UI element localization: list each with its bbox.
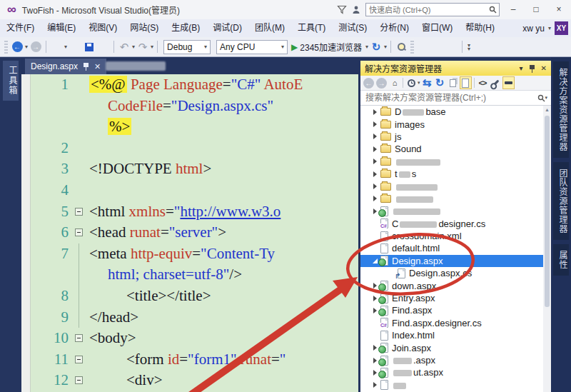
code-line[interactable]: 6<head runat="server">	[31, 222, 358, 243]
dropdown-caret-icon[interactable]: ▾	[132, 44, 135, 50]
tab-close-icon[interactable]: ✕	[94, 62, 101, 71]
inspect-button[interactable]	[395, 39, 408, 55]
search-caret-icon[interactable]: ▾	[545, 95, 547, 101]
collapsed-arrow-icon[interactable]	[370, 109, 380, 115]
solution-search-box[interactable]: ▾	[360, 91, 551, 106]
tree-item[interactable]: Design.aspx.cs	[360, 267, 543, 279]
tree-item[interactable]	[360, 193, 543, 205]
menu-item-file[interactable]: 文件(F)	[0, 19, 41, 37]
open-file-button[interactable]	[69, 39, 81, 55]
panel-menu-caret-icon[interactable]: ▾	[520, 64, 523, 72]
feedback-person-icon[interactable]	[351, 5, 361, 14]
pending-changes-button[interactable]	[405, 76, 418, 89]
forward-button[interactable]: →	[375, 76, 388, 89]
fold-collapse-icon[interactable]	[75, 228, 83, 236]
menu-item-debug[interactable]: 调试(D)	[206, 19, 248, 37]
dropdown-caret-icon[interactable]: ▾	[151, 44, 153, 50]
tree-item[interactable]: Cdesigner.cs	[360, 218, 543, 230]
right-tab-1[interactable]: 团队资源管理器	[553, 162, 569, 240]
menu-item-window[interactable]: 窗口(W)	[415, 19, 459, 37]
fold-collapse-icon[interactable]	[75, 356, 83, 363]
right-tab-2[interactable]: 属性	[553, 244, 569, 276]
close-button[interactable]: ×	[550, 0, 568, 19]
tree-item[interactable]: ut.aspx	[360, 366, 543, 378]
menu-item-view[interactable]: 视图(V)	[82, 19, 123, 37]
collapsed-arrow-icon[interactable]	[370, 196, 380, 201]
toolbar-grip[interactable]	[4, 41, 8, 54]
dropdown-caret-icon[interactable]: ▾	[25, 44, 28, 50]
sync-active-document-button[interactable]: ⇆	[421, 76, 433, 89]
tab-design-aspx[interactable]: Design.aspx ✕	[25, 59, 106, 74]
tree-item-selected[interactable]: Design.aspx	[360, 255, 543, 267]
menu-item-website[interactable]: 网站(S)	[123, 19, 165, 37]
menu-item-analyze[interactable]: 分析(N)	[373, 19, 415, 37]
fold-collapse-icon[interactable]	[75, 208, 83, 216]
fold-collapse-icon[interactable]	[75, 376, 83, 384]
menu-item-tools[interactable]: 工具(T)	[291, 19, 332, 37]
menu-item-edit[interactable]: 编辑(E)	[41, 19, 82, 37]
panel-close-icon[interactable]: ✕	[541, 64, 547, 72]
collapsed-arrow-icon[interactable]	[370, 171, 380, 177]
save-all-button[interactable]	[97, 39, 110, 55]
collapsed-arrow-icon[interactable]	[370, 121, 380, 127]
maximize-button[interactable]: □	[527, 0, 545, 19]
tree-item[interactable]: .aspx	[360, 354, 543, 366]
view-code-button[interactable]: <>	[477, 76, 489, 89]
tree-item[interactable]: crossdomain.xml	[360, 230, 543, 242]
code-line[interactable]: 8<title></title>	[31, 286, 358, 307]
navigate-forward-button[interactable]: →	[29, 39, 42, 55]
right-tab-0[interactable]: 解决方案资源管理器	[553, 61, 569, 158]
tree-item[interactable]: Join.aspx	[360, 341, 543, 353]
tree-item[interactable]: default.html	[360, 242, 543, 254]
solution-configuration-combo[interactable]: Debug▾	[163, 40, 211, 54]
toolbar-grip[interactable]	[410, 41, 414, 54]
undo-button[interactable]: ↶	[118, 39, 131, 55]
disabled-page-2-button[interactable]	[431, 39, 444, 55]
redo-button[interactable]: ↷	[136, 39, 149, 55]
show-all-files-button[interactable]	[460, 76, 472, 89]
code-line[interactable]: 7<meta http-equiv="Content-Ty	[31, 243, 358, 265]
dropdown-caret-icon[interactable]: ▾	[418, 80, 420, 86]
disabled-page-1-button[interactable]	[417, 39, 430, 55]
left-tab-toolbox[interactable]: 工具箱	[3, 61, 19, 101]
solution-explorer-header[interactable]: 解决方案资源管理器 ▾ ✕	[360, 61, 551, 76]
quick-launch-search[interactable]	[365, 3, 500, 16]
tree-item[interactable]	[360, 180, 543, 192]
tree-scrollbar[interactable]: ▲	[543, 106, 551, 392]
refresh-button[interactable]: ↻	[434, 76, 446, 89]
avatar[interactable]: XY	[555, 21, 568, 35]
tree-item[interactable]: Sound	[360, 143, 543, 155]
code-line[interactable]: html; charset=utf-8"/>	[31, 264, 358, 286]
disabled-page-3-button[interactable]	[445, 39, 458, 55]
dropdown-caret-icon[interactable]: ▾	[64, 44, 67, 50]
censored-tab[interactable]	[106, 61, 166, 71]
preview-selected-button[interactable]	[502, 76, 515, 89]
dropdown-caret-icon[interactable]: ▾	[384, 44, 387, 50]
menu-item-team[interactable]: 团队(M)	[248, 19, 291, 37]
code-line[interactable]: 5<html xmlns="http://www.w3.o	[31, 201, 358, 223]
code-area[interactable]: 1<%@ Page Language="C#" AutoECodeFile="D…	[31, 74, 358, 392]
minimize-button[interactable]: –	[504, 0, 522, 19]
code-line[interactable]: 12<div>	[31, 370, 358, 391]
scroll-thumb[interactable]	[545, 116, 550, 307]
code-line[interactable]: 2	[31, 138, 358, 159]
pin-icon[interactable]	[83, 62, 89, 71]
tree-item[interactable]: images	[360, 118, 543, 130]
tree-item[interactable]	[360, 205, 543, 217]
tree-item[interactable]: js	[360, 131, 543, 143]
collapsed-arrow-icon[interactable]	[370, 382, 380, 388]
menu-item-build[interactable]: 生成(B)	[165, 19, 206, 37]
notifications-funnel-icon[interactable]	[337, 5, 347, 14]
menu-item-test[interactable]: 测试(S)	[332, 19, 373, 37]
properties-wrench-button[interactable]	[490, 76, 502, 89]
scroll-up-icon[interactable]: ▲	[545, 107, 550, 112]
collapsed-arrow-icon[interactable]	[370, 146, 380, 152]
solution-platform-combo[interactable]: Any CPU▾	[216, 40, 288, 54]
home-button[interactable]: ⌂	[388, 76, 400, 89]
code-line[interactable]: 11<form id="form1" runat="	[31, 349, 358, 371]
start-debug-button[interactable]: ▶2345加速浏览器	[291, 39, 364, 55]
fold-collapse-icon[interactable]	[75, 334, 83, 342]
tree-item[interactable]: Entry.aspx	[360, 292, 543, 304]
save-button[interactable]	[83, 39, 96, 55]
tree-item[interactable]	[360, 379, 543, 391]
